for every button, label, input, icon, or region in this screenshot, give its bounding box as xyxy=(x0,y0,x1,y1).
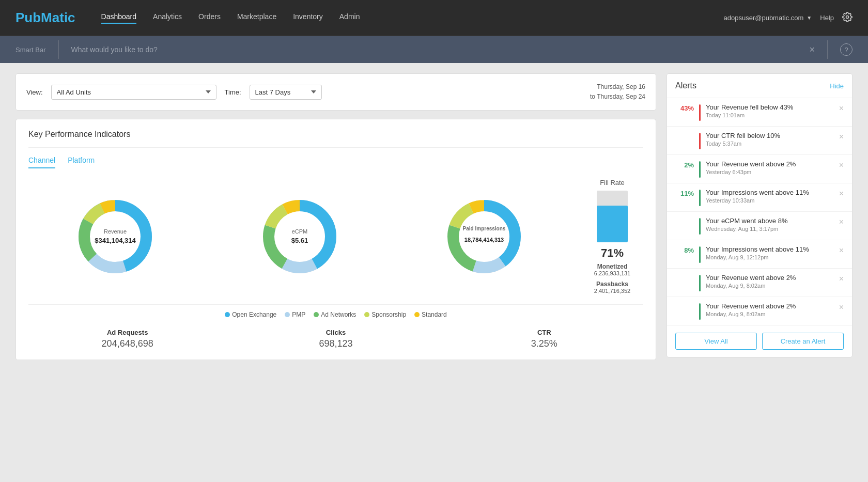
fill-rate-monetized: Monetized 6,236,933,131 xyxy=(594,263,630,276)
stat-ctr: CTR 3.25% xyxy=(445,329,643,349)
revenue-chart: Revenue $341,104,314 xyxy=(28,195,203,278)
alert-bar-5 xyxy=(699,246,701,263)
alert-badge-6 xyxy=(675,274,694,275)
legend-open-exchange: Open Exchange xyxy=(225,311,276,318)
kpi-divider xyxy=(28,147,643,148)
alert-text-4: Your eCPM went above 8% Wednesday, Aug 1… xyxy=(706,217,834,232)
legend-ad-networks: Ad Networks xyxy=(314,311,356,318)
svg-text:18,784,414,313: 18,784,414,313 xyxy=(464,237,503,243)
chart-legend: Open Exchange PMP Ad Networks Sponsorshi… xyxy=(28,311,643,318)
logo: PubMatic xyxy=(16,10,75,26)
svg-text:$5.61: $5.61 xyxy=(291,237,308,244)
alert-text-3: Your Impressions went above 11% Yesterda… xyxy=(706,189,834,204)
nav-marketplace[interactable]: Marketplace xyxy=(237,12,276,24)
alert-close-6[interactable]: × xyxy=(839,274,844,284)
alert-close-7[interactable]: × xyxy=(839,302,844,312)
view-label: View: xyxy=(26,88,43,96)
alert-badge-5: 8% xyxy=(675,245,694,254)
date-line2: to Thursday, Sep 24 xyxy=(590,92,645,102)
alert-bar-6 xyxy=(699,275,701,291)
alert-item-1: Your CTR fell below 10% Today 5:37am × xyxy=(667,127,852,155)
alerts-card: Alerts Hide 43% Your Revenue fell below … xyxy=(667,73,853,357)
alert-item-3: 11% Your Impressions went above 11% Yest… xyxy=(667,183,852,212)
alert-bar-4 xyxy=(699,218,701,235)
time-label: Time: xyxy=(225,88,241,96)
date-line1: Thursday, Sep 16 xyxy=(590,82,645,92)
impressions-donut-svg: Paid Impressions 18,784,414,313 xyxy=(443,195,525,278)
smart-bar-divider xyxy=(58,40,59,59)
fill-rate-title: Fill Rate xyxy=(600,179,625,186)
kpi-tabs: Channel Platform xyxy=(28,156,643,168)
nav-dashboard[interactable]: Dashboard xyxy=(101,12,137,24)
nav-analytics[interactable]: Analytics xyxy=(153,12,182,24)
alert-bar-1 xyxy=(699,133,701,149)
alert-item-5: 8% Your Impressions went above 11% Monda… xyxy=(667,240,852,269)
view-select[interactable]: All Ad Units xyxy=(51,85,216,100)
legend-dot-pmp xyxy=(285,312,290,317)
nav-orders[interactable]: Orders xyxy=(198,12,221,24)
nav-right: adopsuser@pubmatic.com ▼ Help xyxy=(724,12,853,24)
alert-badge-1 xyxy=(675,132,694,133)
alert-bar-0 xyxy=(699,104,701,121)
legend-dot-sponsorship xyxy=(364,312,369,317)
alert-close-1[interactable]: × xyxy=(839,132,844,142)
settings-icon[interactable] xyxy=(842,12,853,24)
smart-bar-input[interactable] xyxy=(71,45,801,54)
alert-close-2[interactable]: × xyxy=(839,160,844,170)
user-caret-icon: ▼ xyxy=(807,15,812,21)
create-alert-button[interactable]: Create an Alert xyxy=(762,333,844,350)
smart-bar-label: Smart Bar xyxy=(16,46,46,54)
revenue-donut-svg: Revenue $341,104,314 xyxy=(74,195,157,278)
nav-admin[interactable]: Admin xyxy=(339,12,360,24)
alert-item-0: 43% Your Revenue fell below 43% Today 11… xyxy=(667,98,852,127)
alerts-title: Alerts xyxy=(675,81,696,90)
legend-dot-ad-networks xyxy=(314,312,319,317)
kpi-card: Key Performance Indicators Channel Platf… xyxy=(16,119,656,360)
alert-close-0[interactable]: × xyxy=(839,103,844,113)
alert-badge-0: 43% xyxy=(675,103,694,112)
alert-close-3[interactable]: × xyxy=(839,189,844,198)
view-all-button[interactable]: View All xyxy=(675,333,757,350)
tab-platform[interactable]: Platform xyxy=(68,156,95,168)
ecpm-donut-svg: eCPM $5.61 xyxy=(258,195,341,278)
charts-area: Revenue $341,104,314 eCPM $5.61 xyxy=(28,179,643,305)
fill-rate-passbacks: Passbacks 2,401,716,352 xyxy=(594,281,630,294)
alert-badge-3: 11% xyxy=(675,189,694,197)
ecpm-chart: eCPM $5.61 xyxy=(213,195,387,278)
alert-text-6: Your Revenue went above 2% Monday, Aug 9… xyxy=(706,274,834,289)
help-link[interactable]: Help xyxy=(820,14,834,22)
time-select[interactable]: Last 7 Days xyxy=(250,85,322,100)
date-range: Thursday, Sep 16 to Thursday, Sep 24 xyxy=(590,82,645,102)
left-panel: View: All Ad Units Time: Last 7 Days Thu… xyxy=(16,73,656,472)
alert-text-0: Your Revenue fell below 43% Today 11:01a… xyxy=(706,103,834,118)
fill-rate-bar-wrap xyxy=(597,191,628,242)
alert-text-7: Your Revenue went above 2% Monday, Aug 9… xyxy=(706,302,834,317)
alerts-header: Alerts Hide xyxy=(667,74,852,98)
nav-inventory[interactable]: Inventory xyxy=(293,12,323,24)
alert-close-5[interactable]: × xyxy=(839,245,844,255)
legend-standard: Standard xyxy=(414,311,447,318)
svg-text:eCPM: eCPM xyxy=(292,228,308,235)
alert-text-5: Your Impressions went above 11% Monday, … xyxy=(706,245,834,260)
stat-clicks: Clicks 698,123 xyxy=(237,329,435,349)
right-panel: Alerts Hide 43% Your Revenue fell below … xyxy=(667,73,853,472)
alert-badge-4 xyxy=(675,217,694,218)
alert-bar-7 xyxy=(699,303,701,320)
alerts-hide-button[interactable]: Hide xyxy=(830,82,844,90)
stat-ad-requests: Ad Requests 204,648,698 xyxy=(28,329,226,349)
alert-bar-3 xyxy=(699,190,701,206)
impressions-chart: Paid Impressions 18,784,414,313 xyxy=(397,195,571,278)
legend-sponsorship: Sponsorship xyxy=(364,311,406,318)
legend-pmp: PMP xyxy=(285,311,305,318)
alert-badge-7 xyxy=(675,302,694,303)
tab-channel[interactable]: Channel xyxy=(28,156,55,168)
revenue-value: $341,104,314 xyxy=(95,237,136,244)
alert-item-2: 2% Your Revenue went above 2% Yesterday … xyxy=(667,155,852,183)
smart-bar-close-icon[interactable]: × xyxy=(809,44,815,55)
alert-item-7: Your Revenue went above 2% Monday, Aug 9… xyxy=(667,297,852,325)
logo-pub: Pub xyxy=(16,10,41,25)
user-menu[interactable]: adopsuser@pubmatic.com ▼ xyxy=(724,14,812,22)
smart-bar-help-icon[interactable]: ? xyxy=(840,43,853,56)
alert-close-4[interactable]: × xyxy=(839,217,844,227)
user-email: adopsuser@pubmatic.com xyxy=(724,14,804,22)
